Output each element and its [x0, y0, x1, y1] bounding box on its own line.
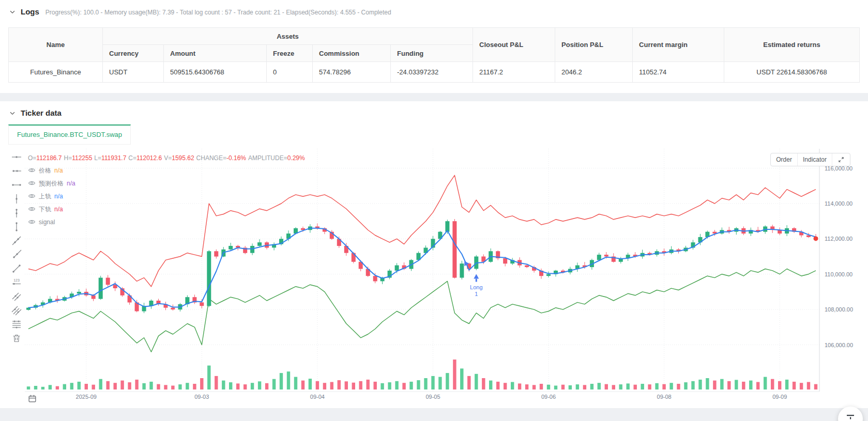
svg-text:108,000.00: 108,000.00: [825, 306, 853, 313]
svg-text:Long: Long: [470, 284, 482, 290]
indicator-legend: 价格n/a预测价格n/a上轨n/a下轨n/asignal: [28, 166, 305, 226]
col-header-name: Name: [9, 28, 103, 62]
chart-overlay-info: O=112186.7H=112255L=111931.7C=112012.6V=…: [28, 155, 305, 226]
legend-value: n/a: [54, 193, 63, 199]
legend-item: 上轨n/a: [28, 192, 305, 200]
svg-text:123: 123: [13, 278, 20, 282]
kline-chart[interactable]: 116,000.00114,000.00112,000.00110,000.00…: [25, 149, 860, 407]
svg-text:09-03: 09-03: [194, 394, 209, 400]
tool-vertical-straight-line-icon[interactable]: [11, 194, 22, 204]
tool-parallel-straight-line-icon[interactable]: [11, 291, 22, 302]
tool-ray-line-icon[interactable]: [11, 250, 22, 260]
cell-funding: -24.03397232: [391, 62, 473, 83]
cell-closeout-pnl: 21167.2: [473, 62, 555, 83]
ticker-tabs: Futures_Binance.BTC_USDT.swap: [8, 124, 860, 145]
tool-fibonacci-line-icon[interactable]: [11, 319, 22, 330]
tool-price-line-icon[interactable]: 123: [11, 277, 22, 288]
tool-vertical-segment-icon[interactable]: [11, 222, 22, 232]
legend-item: 预测价格n/a: [28, 179, 305, 187]
panel-toggle-icon: [845, 411, 856, 421]
chart-button-group: Order Indicator: [770, 153, 850, 166]
table-row: Futures_Binance USDT 509515.64306768 0 5…: [9, 62, 860, 83]
svg-text:2025-09: 2025-09: [76, 394, 97, 400]
tool-segment-icon[interactable]: [11, 263, 22, 274]
visibility-eye-icon[interactable]: [28, 166, 36, 174]
col-header-current-margin: Current margin: [633, 28, 724, 62]
col-header-closeout-pnl: Closeout P&L: [473, 28, 555, 62]
cell-currency: USDT: [103, 62, 164, 83]
legend-item: 下轨n/a: [28, 205, 305, 213]
ohlc-item: CHANGE=-0.16%: [196, 155, 246, 161]
cell-position-pnl: 2046.2: [555, 62, 633, 83]
ticker-data-panel: Ticker data Futures_Binance.BTC_USDT.swa…: [0, 101, 868, 408]
tool-horizontal-ray-line-icon[interactable]: [11, 166, 22, 176]
legend-value: n/a: [54, 167, 63, 174]
cell-current-margin: 11052.74: [633, 62, 724, 83]
legend-label: 预测价格: [39, 180, 64, 186]
ohlc-info-row: O=112186.7H=112255L=111931.7C=112012.6V=…: [28, 155, 305, 161]
calendar-icon: [28, 394, 37, 403]
legend-value: n/a: [54, 206, 63, 212]
svg-text:114,000.00: 114,000.00: [825, 200, 852, 207]
legend-item: 价格n/a: [28, 166, 305, 174]
legend-label: 上轨: [39, 193, 51, 199]
cell-freeze: 0: [267, 62, 313, 83]
col-header-amount: Amount: [164, 45, 267, 62]
ticker-collapse-chevron-icon[interactable]: [8, 109, 17, 117]
col-header-position-pnl: Position P&L: [555, 28, 633, 62]
col-header-assets-group: Assets: [103, 28, 473, 45]
fullscreen-icon: [837, 156, 845, 163]
tool-vertical-ray-line-icon[interactable]: [11, 208, 22, 218]
svg-text:112,000.00: 112,000.00: [825, 236, 852, 242]
cell-estimated-returns: USDT 22614.58306768: [724, 62, 860, 83]
ohlc-item: C=112012.6: [128, 155, 162, 161]
visibility-eye-icon[interactable]: [28, 179, 36, 187]
svg-text:09-06: 09-06: [541, 394, 556, 400]
cell-amount: 509515.64306768: [164, 62, 267, 83]
logs-collapse-chevron-icon[interactable]: [8, 8, 17, 16]
fullscreen-button[interactable]: [832, 153, 850, 166]
legend-item: signal: [28, 218, 305, 226]
legend-value: n/a: [67, 180, 75, 186]
logs-title: Logs: [21, 7, 39, 16]
tool-price-channel-line-icon[interactable]: [11, 305, 22, 316]
cell-commission: 574.78296: [313, 62, 391, 83]
svg-text:110,000.00: 110,000.00: [825, 271, 852, 277]
svg-text:09-08: 09-08: [657, 394, 672, 400]
logs-panel: Logs Progress(%): 100.0 - Memory usage(M…: [0, 0, 868, 93]
svg-text:09-04: 09-04: [310, 394, 325, 400]
tool-straight-line-icon[interactable]: [11, 236, 22, 246]
col-header-currency: Currency: [103, 45, 164, 62]
ohlc-item: L=111931.7: [94, 155, 126, 161]
visibility-eye-icon[interactable]: [28, 205, 36, 213]
calendar-button[interactable]: [28, 394, 37, 405]
assets-table: Name Assets Closeout P&L Position P&L Cu…: [8, 27, 860, 83]
col-header-freeze: Freeze: [267, 45, 313, 62]
tool-horizontal-straight-line-icon[interactable]: [11, 152, 22, 162]
legend-label: signal: [39, 219, 55, 225]
ohlc-item: O=112186.7: [28, 155, 62, 161]
visibility-eye-icon[interactable]: [28, 218, 36, 226]
ohlc-item: H=112255: [64, 155, 93, 161]
drawing-toolbar: 123: [8, 149, 25, 407]
tab-futures-binance-btc-usdt-swap[interactable]: Futures_Binance.BTC_USDT.swap: [8, 124, 131, 145]
visibility-eye-icon[interactable]: [28, 192, 36, 200]
svg-text:1: 1: [475, 291, 478, 297]
tool-horizontal-segment-icon[interactable]: [11, 180, 22, 190]
ohlc-item: AMPLITUDE=0.29%: [248, 155, 305, 161]
logs-status-text: Progress(%): 100.0 - Memory usage(MB): 7…: [45, 8, 391, 16]
ticker-data-title: Ticker data: [21, 108, 62, 117]
svg-text:09-09: 09-09: [772, 394, 787, 400]
legend-label: 价格: [39, 167, 51, 174]
indicator-button[interactable]: Indicator: [798, 153, 832, 166]
floating-panel-button[interactable]: [838, 407, 863, 421]
tool-remove-icon[interactable]: [11, 333, 22, 344]
order-button[interactable]: Order: [771, 153, 798, 166]
cell-name: Futures_Binance: [9, 62, 103, 83]
ohlc-item: V=1595.62: [164, 155, 194, 161]
svg-text:09-05: 09-05: [425, 394, 440, 400]
col-header-estimated-returns: Estimated returns: [724, 28, 860, 62]
legend-label: 下轨: [39, 206, 51, 212]
col-header-funding: Funding: [391, 45, 473, 62]
svg-text:106,000.00: 106,000.00: [825, 342, 853, 348]
